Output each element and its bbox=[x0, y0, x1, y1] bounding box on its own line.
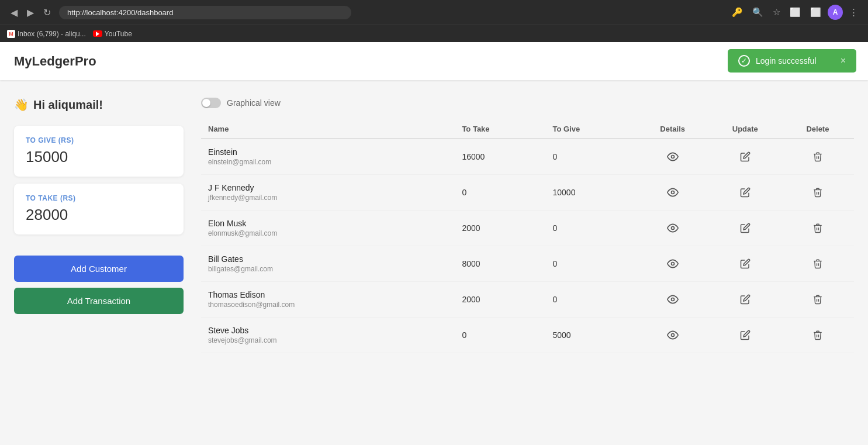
browser-chrome: ◀ ▶ ↻ 🔑 🔍 ☆ ⬜ ⬜ A ⋮ bbox=[0, 0, 868, 25]
wave-icon: 👋 bbox=[14, 98, 29, 112]
right-panel: Graphical view Name To Take To Give Deta… bbox=[201, 98, 854, 353]
view-details-button-4[interactable] bbox=[666, 292, 680, 306]
greeting: 👋 Hi aliqumail! bbox=[14, 98, 184, 112]
edit-button-0[interactable] bbox=[739, 150, 752, 163]
cast-icon[interactable]: ⬜ bbox=[807, 5, 824, 19]
greeting-text: Hi aliqumail! bbox=[33, 98, 103, 112]
view-details-button-1[interactable] bbox=[666, 185, 680, 199]
cell-totake-4: 2000 bbox=[455, 282, 545, 318]
col-header-totake: To Take bbox=[455, 120, 545, 139]
cell-update-3 bbox=[709, 246, 781, 282]
cell-update-5 bbox=[709, 318, 781, 353]
cell-totake-2: 2000 bbox=[455, 211, 545, 246]
toast-message: Login successful bbox=[756, 56, 817, 65]
browser-actions: 🔑 🔍 ☆ ⬜ ⬜ A ⋮ bbox=[729, 5, 861, 20]
gmail-icon: M bbox=[7, 30, 15, 38]
nav-buttons: ◀ ▶ ↻ bbox=[7, 6, 54, 19]
to-take-label: TO TAKE (RS) bbox=[26, 194, 172, 202]
delete-button-0[interactable] bbox=[811, 150, 824, 163]
cell-totake-1: 0 bbox=[455, 175, 545, 211]
table-row: Steve Jobs stevejobs@gmail.com 0 5000 bbox=[201, 318, 854, 353]
edit-button-5[interactable] bbox=[739, 329, 752, 341]
to-give-card: TO GIVE (RS) 15000 bbox=[14, 126, 184, 177]
col-header-update: Update bbox=[709, 120, 781, 139]
edit-button-1[interactable] bbox=[739, 186, 752, 199]
app-title: MyLedgerPro bbox=[14, 54, 96, 69]
customer-name-1: J F Kennedy bbox=[208, 183, 448, 192]
menu-icon[interactable]: ⋮ bbox=[846, 5, 861, 19]
edit-button-4[interactable] bbox=[739, 293, 752, 306]
col-header-details: Details bbox=[637, 120, 709, 139]
col-header-togive: To Give bbox=[546, 120, 637, 139]
customer-name-2: Elon Musk bbox=[208, 219, 448, 228]
user-avatar[interactable]: A bbox=[828, 5, 843, 20]
view-details-button-2[interactable] bbox=[666, 221, 680, 235]
view-details-button-0[interactable] bbox=[666, 150, 680, 164]
delete-button-1[interactable] bbox=[811, 186, 824, 199]
add-customer-button[interactable]: Add Customer bbox=[14, 256, 184, 282]
add-transaction-button[interactable]: Add Transaction bbox=[14, 288, 184, 314]
main-content: 👋 Hi aliqumail! TO GIVE (RS) 15000 TO TA… bbox=[0, 80, 868, 371]
col-header-delete: Delete bbox=[781, 120, 854, 139]
bookmark-gmail-label: Inbox (6,799) - aliqu... bbox=[18, 30, 86, 38]
to-give-label: TO GIVE (RS) bbox=[26, 136, 172, 144]
youtube-icon bbox=[93, 30, 102, 37]
star-icon[interactable]: ☆ bbox=[770, 5, 783, 19]
table-body: Einstein einstein@gmail.com 16000 0 bbox=[201, 139, 854, 353]
col-header-name: Name bbox=[201, 120, 455, 139]
svg-point-2 bbox=[671, 226, 674, 229]
cell-togive-0: 0 bbox=[546, 139, 637, 175]
customer-name-5: Steve Jobs bbox=[208, 326, 448, 335]
table-row: Thomas Edison thomasoedison@gmail.com 20… bbox=[201, 282, 854, 318]
delete-button-2[interactable] bbox=[811, 222, 824, 234]
table-row: Bill Gates billgates@gmail.com 8000 0 bbox=[201, 246, 854, 282]
login-toast: ✓ Login successful × bbox=[728, 49, 856, 73]
bookmark-youtube[interactable]: YouTube bbox=[93, 30, 132, 38]
toast-close-button[interactable]: × bbox=[841, 56, 846, 66]
table-row: J F Kennedy jfkennedy@gmail.com 0 10000 bbox=[201, 175, 854, 211]
view-details-button-5[interactable] bbox=[666, 328, 680, 342]
edit-button-3[interactable] bbox=[739, 257, 752, 270]
left-panel: 👋 Hi aliqumail! TO GIVE (RS) 15000 TO TA… bbox=[14, 98, 184, 353]
to-take-value: 28000 bbox=[26, 206, 172, 224]
table-row: Einstein einstein@gmail.com 16000 0 bbox=[201, 139, 854, 175]
cell-name-3: Bill Gates billgates@gmail.com bbox=[201, 246, 455, 282]
view-details-button-3[interactable] bbox=[666, 257, 680, 271]
reload-button[interactable]: ↻ bbox=[40, 6, 54, 19]
cell-delete-2 bbox=[781, 211, 854, 246]
customer-email-4: thomasoedison@gmail.com bbox=[208, 301, 448, 309]
delete-button-5[interactable] bbox=[811, 329, 824, 341]
toggle-switch[interactable] bbox=[201, 98, 221, 108]
back-button[interactable]: ◀ bbox=[7, 6, 21, 19]
customer-email-2: elonmusk@gmail.com bbox=[208, 229, 448, 237]
cell-name-1: J F Kennedy jfkennedy@gmail.com bbox=[201, 175, 455, 211]
toggle-thumb bbox=[202, 99, 210, 107]
svg-point-3 bbox=[671, 262, 674, 265]
customer-email-1: jfkennedy@gmail.com bbox=[208, 194, 448, 202]
delete-button-3[interactable] bbox=[811, 257, 824, 270]
youtube-play-icon bbox=[96, 32, 99, 36]
forward-button[interactable]: ▶ bbox=[23, 6, 37, 19]
key-icon: 🔑 bbox=[729, 5, 746, 19]
address-bar[interactable] bbox=[59, 6, 351, 19]
customer-name-4: Thomas Edison bbox=[208, 290, 448, 299]
cell-delete-0 bbox=[781, 139, 854, 175]
customer-email-3: billgates@gmail.com bbox=[208, 265, 448, 273]
bookmarks-bar: M Inbox (6,799) - aliqu... YouTube bbox=[0, 25, 868, 42]
bookmark-gmail[interactable]: M Inbox (6,799) - aliqu... bbox=[7, 30, 86, 38]
customer-email-5: stevejobs@gmail.com bbox=[208, 336, 448, 344]
cell-delete-4 bbox=[781, 282, 854, 318]
extensions-icon[interactable]: ⬜ bbox=[787, 5, 804, 19]
cell-details-5 bbox=[637, 318, 709, 353]
customer-name-0: Einstein bbox=[208, 147, 448, 157]
zoom-icon[interactable]: 🔍 bbox=[749, 5, 766, 19]
bookmark-youtube-label: YouTube bbox=[105, 30, 132, 38]
cell-togive-1: 10000 bbox=[546, 175, 637, 211]
delete-button-4[interactable] bbox=[811, 293, 824, 306]
cell-totake-5: 0 bbox=[455, 318, 545, 353]
cell-details-2 bbox=[637, 211, 709, 246]
table-header: Name To Take To Give Details Update Dele… bbox=[201, 120, 854, 139]
edit-button-2[interactable] bbox=[739, 222, 752, 234]
cell-update-4 bbox=[709, 282, 781, 318]
svg-point-1 bbox=[671, 191, 674, 194]
